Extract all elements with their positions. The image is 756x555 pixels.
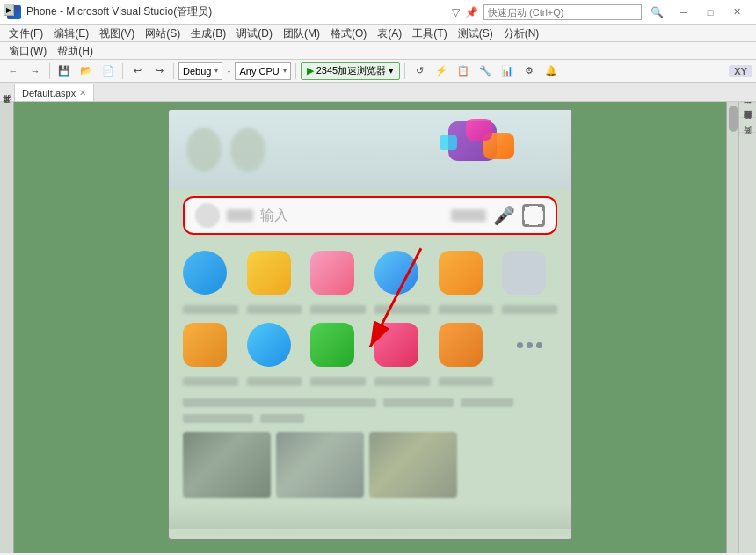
decorative-train — [440, 117, 527, 179]
toolbar-btn-d[interactable]: 📊 — [498, 62, 517, 81]
toolbar-btn-f[interactable]: 🔔 — [542, 62, 561, 81]
app-icon-grid — [169, 242, 571, 395]
icon-label-0 — [183, 305, 238, 314]
toolbar-btn-b[interactable]: 📋 — [454, 62, 473, 81]
text-block-2 — [383, 398, 454, 407]
toolbar-btn-c[interactable]: 🔧 — [476, 62, 495, 81]
phone-mockup: 输入 🎤 — [168, 109, 572, 540]
cpu-dropdown[interactable]: Any CPU ▾ — [235, 62, 290, 80]
toolbar-sep-5 — [404, 63, 405, 79]
scan-icon[interactable] — [522, 204, 545, 227]
maximize-button[interactable]: □ — [698, 4, 723, 20]
icon-label-11 — [502, 376, 557, 386]
app-icon-0[interactable] — [183, 251, 227, 295]
icon-label-2 — [310, 305, 366, 314]
app-icon-4[interactable] — [439, 251, 483, 295]
title-bar: Phone - Microsoft Visual Studio(管理员) ▽ 📌… — [0, 0, 756, 25]
app-icon-5[interactable] — [502, 251, 546, 295]
phone-bottom-fade — [169, 503, 571, 529]
toolbar-back-btn[interactable]: ← — [4, 62, 23, 81]
menu-table[interactable]: 表(A) — [372, 25, 407, 42]
tab-default-aspx[interactable]: Default.aspx ✕ — [14, 84, 94, 101]
photo-thumb-2[interactable] — [276, 432, 364, 498]
user-badge: XY — [729, 65, 752, 77]
app-icon-8[interactable] — [310, 323, 354, 367]
debug-dropdown-arrow: ▾ — [214, 67, 218, 75]
search-section: 输入 🎤 — [183, 196, 557, 235]
menu-team[interactable]: 团队(M) — [278, 25, 325, 42]
app-icon-9[interactable] — [374, 323, 418, 367]
menu-bar-2: 窗口(W) 帮助(H) — [0, 42, 756, 60]
app-icon-3[interactable] — [374, 251, 418, 295]
right-panel-item-2[interactable]: 图片 — [739, 132, 756, 147]
app-icon-1[interactable] — [247, 251, 291, 295]
icon-label-5 — [502, 305, 557, 314]
menu-help[interactable]: 帮助(H) — [52, 42, 98, 60]
menu-view[interactable]: 视图(V) — [94, 25, 140, 42]
run-label: 2345加速浏览器 — [316, 64, 386, 77]
cpu-dropdown-arrow: ▾ — [283, 67, 287, 75]
search-left-icon — [195, 203, 220, 228]
tab-label: Default.aspx — [22, 88, 76, 99]
menu-debug[interactable]: 调试(D) — [231, 25, 278, 42]
run-dropdown-arrow: ▾ — [389, 65, 394, 77]
quick-launch-input[interactable] — [483, 4, 642, 20]
search-box[interactable]: 输入 🎤 — [183, 196, 557, 235]
toolbar-forward-btn[interactable]: → — [25, 62, 45, 81]
more-dots[interactable] — [502, 323, 557, 367]
menu-website[interactable]: 网站(S) — [140, 25, 185, 42]
toolbar-redo-btn[interactable]: ↪ — [149, 62, 169, 81]
icon-label-8 — [310, 377, 366, 386]
bottom-text-row-1 — [169, 395, 571, 411]
toolbar-sep-3 — [173, 63, 174, 79]
menu-edit[interactable]: 编辑(E) — [48, 25, 94, 42]
icon-label-3 — [374, 305, 430, 314]
minimize-button[interactable]: ─ — [672, 4, 696, 20]
menu-test[interactable]: 测试(S) — [453, 25, 498, 42]
toolbar-btn-e[interactable]: ⚙ — [520, 62, 539, 81]
scrollbar-thumb[interactable] — [729, 106, 738, 132]
toolbar-sep-2 — [122, 63, 123, 79]
right-panel-item-1[interactable]: 回答问题智能推荐 — [739, 117, 756, 132]
right-scrollbar[interactable] — [726, 102, 738, 553]
content-area: 输入 🎤 — [14, 102, 726, 553]
close-button[interactable]: ✕ — [724, 4, 749, 20]
icon-label-7 — [247, 377, 302, 386]
app-icon-10[interactable] — [439, 323, 483, 367]
photo-row — [169, 427, 571, 503]
toolbar-btn-a[interactable]: ⚡ — [432, 62, 451, 81]
menu-format[interactable]: 格式(O) — [325, 25, 372, 42]
menu-file[interactable]: 文件(F) — [4, 25, 48, 42]
app-icon-2[interactable] — [310, 251, 354, 295]
toolbar-refresh-btn[interactable]: ↺ — [410, 62, 429, 81]
debug-dropdown[interactable]: Debug ▾ — [178, 62, 222, 80]
toolbar-new-btn[interactable]: 📄 — [98, 62, 118, 81]
text-block-3 — [461, 398, 513, 407]
right-panel-item-0[interactable]: 彩泡针织拼接编制 — [739, 102, 756, 117]
toolbox-label[interactable]: 工具箱 — [1, 106, 12, 113]
app-icon-6[interactable] — [183, 323, 227, 367]
tab-bar: ▶ Default.aspx ✕ — [0, 83, 756, 102]
menu-build[interactable]: 生成(B) — [185, 25, 231, 42]
run-button[interactable]: ▶ 2345加速浏览器 ▾ — [301, 62, 400, 80]
menu-bar-1: 文件(F) 编辑(E) 视图(V) 网站(S) 生成(B) 调试(D) 团队(M… — [0, 25, 756, 42]
app-grid-container — [169, 242, 571, 395]
mic-icon[interactable]: 🎤 — [493, 205, 515, 226]
tab-close-icon[interactable]: ✕ — [79, 88, 86, 98]
menu-tools[interactable]: 工具(T) — [407, 25, 452, 42]
pin-icon: 📌 — [465, 6, 478, 18]
text-block-5 — [260, 414, 304, 423]
photo-thumb-1[interactable] — [183, 432, 271, 498]
photo-thumb-3[interactable] — [369, 432, 457, 498]
phone-content: 输入 🎤 — [169, 110, 571, 529]
debug-label: Debug — [183, 66, 211, 77]
menu-analyze[interactable]: 分析(N) — [498, 25, 545, 42]
menu-window[interactable]: 窗口(W) — [4, 42, 52, 60]
toolbar-save-btn[interactable]: 💾 — [55, 62, 74, 81]
toolbar: ← → 💾 📂 📄 ↩ ↪ Debug ▾ - Any CPU ▾ ▶ 2345… — [0, 60, 756, 83]
toolbar-open-btn[interactable]: 📂 — [76, 62, 96, 81]
toolbar-undo-btn[interactable]: ↩ — [127, 62, 147, 81]
window-title: Phone - Microsoft Visual Studio(管理员) — [26, 4, 447, 19]
toolbox-handle[interactable]: ▶ — [4, 4, 14, 16]
app-icon-7[interactable] — [247, 323, 291, 367]
